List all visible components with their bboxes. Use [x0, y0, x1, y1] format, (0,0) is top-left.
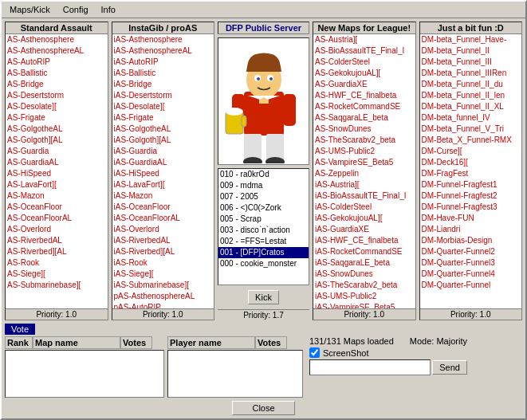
list-item[interactable]: iAS-SaqgaraLE_beta: [313, 257, 415, 269]
dfp-chat-item[interactable]: 005 - Scrap: [218, 214, 309, 225]
list-item[interactable]: AS-LavaFort][: [6, 179, 108, 190]
list-item[interactable]: AS-Desertstorm: [6, 90, 108, 101]
list-item[interactable]: iAS-Ballistic: [112, 68, 214, 79]
list-item[interactable]: DM-Quarter-Funnel4: [420, 269, 522, 280]
list-item[interactable]: AS-RiverbedAL: [6, 235, 108, 246]
list-item[interactable]: AS-GekokujouAL][: [313, 68, 415, 79]
list-item[interactable]: iAS-RocketCommandSE: [313, 246, 415, 257]
list-item[interactable]: AS-Zeppelin: [313, 168, 415, 179]
dfp-chat-item[interactable]: 010 - ra0krOd: [218, 169, 309, 180]
list-item[interactable]: AS-GuardiaXE: [313, 79, 415, 90]
dfp-chat-item[interactable]: 009 - mdma: [218, 180, 309, 191]
dfp-chat-item[interactable]: 002 - =FFS=Lestat: [218, 236, 309, 247]
list-item[interactable]: AS-OceanFloorAL: [6, 213, 108, 224]
list-item[interactable]: AS-Submarinebase][: [6, 280, 108, 291]
list-item[interactable]: iAS-LavaFort][: [112, 179, 214, 190]
list-item[interactable]: iAS-GuardiaXE: [313, 224, 415, 235]
dfp-chat-item[interactable]: 001 - [DFP]Cratos: [218, 247, 309, 258]
dfp-chat-item[interactable]: 000 - cookie_monster: [218, 258, 309, 269]
list-item[interactable]: DM-Liandri: [420, 224, 522, 235]
player-vote-table[interactable]: [167, 350, 303, 398]
list-item[interactable]: iAS-GuardiaAL: [112, 157, 214, 168]
list-item[interactable]: iAS-GekokujouAL][: [313, 213, 415, 224]
list-item[interactable]: AS-UMS-Public2: [313, 146, 415, 157]
list-item[interactable]: DM-Curse][: [420, 146, 522, 157]
list-item[interactable]: AS-Austria][: [313, 34, 415, 45]
list-item[interactable]: DM-beta_Funnel_II_XL: [420, 101, 522, 112]
list-item[interactable]: DM-Deck16][: [420, 157, 522, 168]
dfp-player-list[interactable]: 010 - ra0krOd009 - mdma007 - 2005006 - <…: [218, 168, 309, 285]
list-item[interactable]: AS-BioAssaultTE_Final_I: [313, 45, 415, 57]
list-item[interactable]: iAS-VampireSE_Beta5: [313, 302, 415, 308]
list-item[interactable]: AS-Ballistic: [6, 68, 108, 79]
list-item[interactable]: AS-SnowDunes: [313, 124, 415, 135]
list-item[interactable]: iAS-Frigate: [112, 112, 214, 124]
list-item[interactable]: AS-GuardiaAL: [6, 157, 108, 168]
list-item[interactable]: AS-Frigate: [6, 112, 108, 124]
list-item[interactable]: iAS-OceanFloorAL: [112, 213, 214, 224]
list-item[interactable]: iAS-Desolate][: [112, 101, 214, 112]
list-item[interactable]: AS-SaqgaraLE_beta: [313, 112, 415, 124]
screenshot-checkbox[interactable]: [309, 347, 320, 358]
list-item[interactable]: AS-TheScarabv2_beta: [313, 135, 415, 146]
list-item[interactable]: iAS-Rook: [112, 257, 214, 269]
list-item[interactable]: iAS-TheScarabv2_beta: [313, 280, 415, 291]
dfp-chat-item[interactable]: 006 - <)C0(>Zork: [218, 202, 309, 214]
list-item[interactable]: iAS-ColderSteel: [313, 202, 415, 213]
list-item[interactable]: AS-Guardia: [6, 146, 108, 157]
list-item[interactable]: AS-VampireSE_Beta5: [313, 157, 415, 168]
list-item[interactable]: AS-Asthenosphere: [6, 34, 108, 45]
list-item[interactable]: DM-beta_Funnel_Have-: [420, 34, 522, 45]
list-item[interactable]: AS-Rook: [6, 257, 108, 269]
list-item[interactable]: DM-Funnel-Fragfest1: [420, 179, 522, 190]
list-item[interactable]: AS-Riverbed][AL: [6, 246, 108, 257]
list-item[interactable]: iAS-HiSpeed: [112, 168, 214, 179]
list-item[interactable]: DM-FragFest: [420, 168, 522, 179]
list-item[interactable]: iAS-Overlord: [112, 224, 214, 235]
list-item[interactable]: iAS-Riverbed][AL: [112, 246, 214, 257]
list-item[interactable]: DM-Quarter-Funnel3: [420, 257, 522, 269]
map-vote-table[interactable]: [5, 350, 164, 398]
list-item[interactable]: iAS-Submarinebase][: [112, 280, 214, 291]
list-item[interactable]: iAS-Asthenosphere: [112, 34, 214, 45]
menu-maps-kick[interactable]: Maps/Kick: [3, 3, 57, 16]
list-item[interactable]: DM-Funnel-Fragfest2: [420, 190, 522, 202]
list-item[interactable]: AS-Desolate][: [6, 101, 108, 112]
list-item[interactable]: iAS-AsthenosphereAL: [112, 45, 214, 57]
list-item[interactable]: AS-Golgoth][AL: [6, 135, 108, 146]
list-item[interactable]: DM-beta_Funnel_II: [420, 45, 522, 57]
message-input[interactable]: [309, 359, 431, 375]
list-item[interactable]: DM-Beta_X_Funnel-RMX: [420, 135, 522, 146]
list-item[interactable]: AS-HiSpeed: [6, 168, 108, 179]
list-item[interactable]: AS-Bridge: [6, 79, 108, 90]
instagib-list[interactable]: iAS-AsthenosphereiAS-AsthenosphereALiAS-…: [112, 34, 214, 308]
list-item[interactable]: iAS-Golgoth][AL: [112, 135, 214, 146]
fun-list[interactable]: DM-beta_Funnel_Have-DM-beta_Funnel_IIDM-…: [420, 34, 522, 308]
list-item[interactable]: iAS-UMS-Public2: [313, 291, 415, 302]
dfp-chat-item[interactable]: 007 - 2005: [218, 191, 309, 202]
list-item[interactable]: iAS-Siege][: [112, 269, 214, 280]
close-button[interactable]: Close: [232, 401, 294, 415]
list-item[interactable]: AS-RocketCommandSE: [313, 101, 415, 112]
list-item[interactable]: AS-Siege][: [6, 269, 108, 280]
list-item[interactable]: iAS-RiverbedAL: [112, 235, 214, 246]
list-item[interactable]: DM-Funnel-Fragfest3: [420, 202, 522, 213]
list-item[interactable]: iAS-Desertstorm: [112, 90, 214, 101]
list-item[interactable]: iAS-HWF_CE_finalbeta: [313, 235, 415, 246]
menu-info[interactable]: Info: [95, 3, 122, 16]
list-item[interactable]: DM-Quarter-Funnel2: [420, 246, 522, 257]
dfp-chat-item[interactable]: 003 - disco`n`action: [218, 225, 309, 236]
standard-assault-list[interactable]: AS-AsthenosphereAS-AsthenosphereALAS-Aut…: [6, 34, 108, 308]
list-item[interactable]: DM-beta_funnel_IV: [420, 112, 522, 124]
list-item[interactable]: AS-Overlord: [6, 224, 108, 235]
list-item[interactable]: pAS-AsthenosphereAL: [112, 291, 214, 302]
list-item[interactable]: DM-beta_Funnel_II_len: [420, 90, 522, 101]
list-item[interactable]: DM-Morbias-Design: [420, 235, 522, 246]
list-item[interactable]: AS-Mazon: [6, 190, 108, 202]
list-item[interactable]: DM-beta_Funnel_V_Tri: [420, 124, 522, 135]
list-item[interactable]: AS-AutoRIP: [6, 57, 108, 68]
send-button[interactable]: Send: [432, 360, 467, 375]
list-item[interactable]: AS-OceanFloor: [6, 202, 108, 213]
list-item[interactable]: AS-GolgotheAL: [6, 124, 108, 135]
list-item[interactable]: iAS-Guardia: [112, 146, 214, 157]
